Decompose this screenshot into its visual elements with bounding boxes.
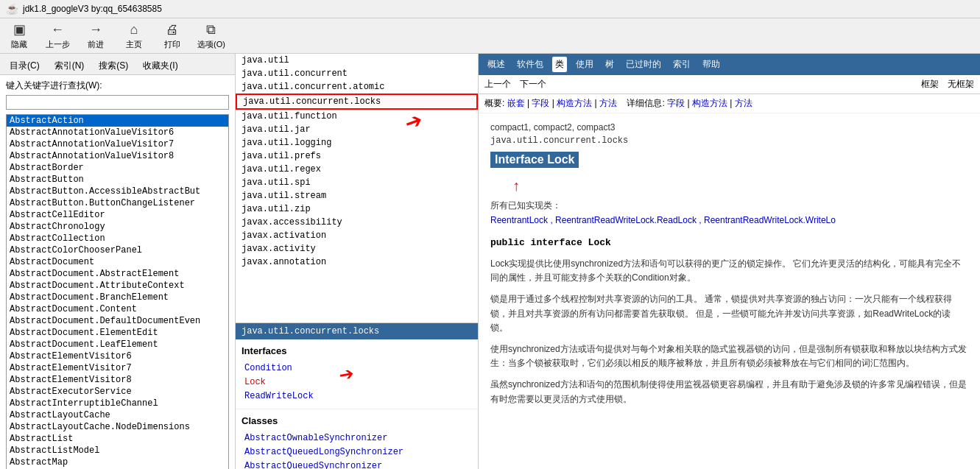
- class-list-item[interactable]: AbstractColorChooserPanel: [7, 244, 228, 256]
- package-list-item[interactable]: java.util.concurrent.atomic: [236, 80, 478, 94]
- interface-link[interactable]: Condition: [244, 363, 292, 373]
- options-button[interactable]: ⧉ 选项(O): [197, 22, 225, 50]
- print-button[interactable]: 🖨 打印: [159, 22, 186, 50]
- class-list-item[interactable]: AbstractDocument: [7, 256, 228, 268]
- package-list-item[interactable]: java.util.function: [236, 110, 478, 123]
- class-link[interactable]: AbstractQueuedLongSynchronizer: [244, 447, 403, 457]
- back-button[interactable]: ← 上一步: [44, 22, 71, 50]
- tab-index[interactable]: 索引(N): [48, 57, 91, 74]
- class-list-item[interactable]: AbstractListModel: [7, 445, 228, 456]
- impl-link[interactable]: ReentrantReadWriteLock.WriteLo: [704, 215, 836, 225]
- package-list-item[interactable]: java.util.logging: [236, 136, 478, 149]
- detail-constr-link[interactable]: 构造方法: [692, 98, 727, 108]
- class-list-container[interactable]: AbstractActionAbstractAnnotationValueVis…: [6, 114, 229, 469]
- top-nav-tab[interactable]: 概述: [484, 57, 508, 72]
- tab-search[interactable]: 搜索(S): [92, 57, 135, 74]
- class-list-item[interactable]: AbstractDocument.BranchElement: [7, 292, 228, 303]
- class-list-item[interactable]: AbstractAction: [7, 115, 228, 127]
- class-list-item[interactable]: AbstractDocument.DefaultDocumentEven: [7, 315, 228, 327]
- class-list-item[interactable]: AbstractInterruptibleChannel: [7, 398, 228, 409]
- prev-link[interactable]: 上一个: [484, 78, 511, 91]
- right-sub-nav: 上一个 下一个 框架 无框架: [479, 75, 980, 94]
- top-nav-tab[interactable]: 已过时的: [623, 57, 664, 72]
- package-list-item[interactable]: java.util.jar: [236, 123, 478, 136]
- class-list-item[interactable]: AbstractAnnotationValueVisitor7: [7, 138, 228, 150]
- forward-button[interactable]: → 前进: [82, 22, 109, 50]
- hide-label: 隐藏: [11, 39, 27, 50]
- field-link[interactable]: 字段: [532, 98, 549, 108]
- class-list-item[interactable]: AbstractDocument.AbstractElement: [7, 268, 228, 280]
- constr-link[interactable]: 构造方法: [557, 98, 592, 108]
- forward-label: 前进: [88, 39, 104, 50]
- class-list-item[interactable]: AbstractDocument.LeafElement: [7, 339, 228, 350]
- package-list-item[interactable]: java.util.zip: [236, 202, 478, 216]
- top-nav-tab[interactable]: 帮助: [699, 57, 723, 72]
- package-list-item[interactable]: java.util.concurrent.locks: [236, 94, 478, 110]
- class-list-item[interactable]: AbstractExecutorService: [7, 386, 228, 398]
- hide-icon: ▣: [13, 21, 26, 38]
- class-list-item[interactable]: AbstractChronology: [7, 221, 228, 233]
- home-icon: ⌂: [130, 22, 138, 38]
- tab-contents[interactable]: 目录(C): [3, 57, 46, 74]
- next-link[interactable]: 下一个: [520, 78, 546, 91]
- package-list-item[interactable]: javax.activation: [236, 229, 478, 242]
- class-list-item[interactable]: AbstractList: [7, 433, 228, 445]
- class-list-item[interactable]: AbstractLayoutCache.NodeDimensions: [7, 421, 228, 433]
- frame-link[interactable]: 框架: [921, 78, 939, 91]
- package-list: java.utiljava.util.concurrentjava.util.c…: [236, 54, 478, 269]
- class-list-item[interactable]: AbstractButton: [7, 174, 228, 186]
- class-link[interactable]: AbstractOwnableSynchronizer: [244, 433, 387, 443]
- package-list-item[interactable]: java.util.prefs: [236, 149, 478, 163]
- class-list-item[interactable]: AbstractButton.AccessibleAbstractBut: [7, 186, 228, 197]
- no-frame-link[interactable]: 无框架: [948, 78, 974, 91]
- content-paragraph: Lock实现提供比使用synchronized方法和语句可以获得的更广泛的锁定操…: [490, 257, 968, 285]
- interface-link[interactable]: ReadWriteLock: [244, 391, 314, 401]
- content-paragraph: 锁是用于通过多个线程控制对共享资源的访问的工具。 通常，锁提供对共享资源的独占访…: [490, 292, 968, 335]
- selected-package-bar: java.util.concurrent.locks: [236, 323, 478, 339]
- class-list-item[interactable]: AbstractAnnotationValueVisitor6: [7, 127, 228, 138]
- interface-link[interactable]: Lock: [244, 377, 266, 387]
- impl-link[interactable]: ReentrantReadWriteLock.ReadLock: [555, 215, 697, 225]
- package-name: java.util.concurrent.locks: [490, 135, 968, 146]
- home-button[interactable]: ⌂ 主页: [121, 22, 147, 50]
- package-list-item[interactable]: java.util.stream: [236, 189, 478, 202]
- package-list-item[interactable]: java.util.spi: [236, 176, 478, 189]
- class-list-item[interactable]: AbstractMap: [7, 456, 228, 468]
- class-list-item[interactable]: AbstractAnnotationValueVisitor8: [7, 150, 228, 162]
- class-list-item[interactable]: AbstractDocument.AttributeContext: [7, 280, 228, 292]
- search-container: [0, 94, 235, 111]
- nested-link[interactable]: 嵌套: [507, 98, 525, 108]
- top-nav-tab[interactable]: 树: [602, 57, 617, 72]
- class-list-item[interactable]: AbstractElementVisitor7: [7, 362, 228, 374]
- package-list-item[interactable]: java.util: [236, 54, 478, 67]
- top-nav-tab[interactable]: 索引: [670, 57, 694, 72]
- impl-link[interactable]: ReentrantLock: [490, 215, 548, 225]
- detail-field-link[interactable]: 字段: [667, 98, 685, 108]
- class-list-item[interactable]: AbstractElementVisitor6: [7, 350, 228, 362]
- top-nav-tab[interactable]: 软件包: [514, 57, 546, 72]
- search-input[interactable]: [6, 95, 229, 110]
- class-list-item[interactable]: AbstractButton.ButtonChangeListener: [7, 197, 228, 209]
- class-list-item[interactable]: AbstractLayoutCache: [7, 409, 228, 421]
- class-list-item[interactable]: AbstractDocument.Content: [7, 303, 228, 315]
- package-list-item[interactable]: javax.accessibility: [236, 216, 478, 229]
- method-link[interactable]: 方法: [599, 98, 617, 108]
- top-nav-tab[interactable]: 类: [552, 57, 567, 72]
- package-list-container[interactable]: java.utiljava.util.concurrentjava.util.c…: [236, 54, 478, 323]
- class-list-item[interactable]: AbstractBorder: [7, 162, 228, 174]
- package-list-item[interactable]: java.util.regex: [236, 163, 478, 176]
- package-list-item[interactable]: javax.annotation: [236, 255, 478, 269]
- detail-method-link[interactable]: 方法: [735, 98, 752, 108]
- class-list-item[interactable]: AbstractDocument.ElementEdit: [7, 327, 228, 339]
- package-list-item[interactable]: javax.activity: [236, 242, 478, 255]
- tab-favorites[interactable]: 收藏夹(I): [136, 57, 184, 74]
- hide-button[interactable]: ▣ 隐藏: [6, 21, 32, 50]
- top-nav-tab[interactable]: 使用: [573, 57, 596, 72]
- class-list-item[interactable]: AbstractElementVisitor8: [7, 374, 228, 386]
- class-list-item[interactable]: AbstractCollection: [7, 233, 228, 244]
- middle-panel: java.utiljava.util.concurrentjava.util.c…: [236, 54, 479, 469]
- package-list-item[interactable]: java.util.concurrent: [236, 67, 478, 80]
- class-list-item[interactable]: AbstractCellEditor: [7, 209, 228, 221]
- class-link[interactable]: AbstractQueuedSynchronizer: [244, 461, 382, 469]
- interface-list: ConditionLockReadWriteLock: [242, 361, 472, 403]
